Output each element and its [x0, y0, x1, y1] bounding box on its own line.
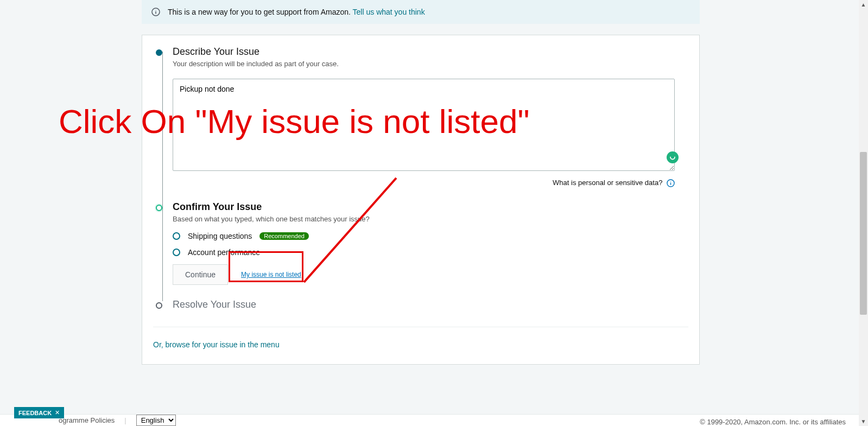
grammarly-icon[interactable] [667, 151, 679, 163]
issue-option-account-performance[interactable]: Account performance [173, 248, 688, 257]
support-card: Describe Your Issue Your description wil… [142, 35, 700, 365]
programme-policies-link[interactable]: ogramme Policies [59, 416, 115, 424]
feedback-tab[interactable]: FEEDBACK ✕ [14, 407, 64, 418]
banner-text: This is a new way for you to get support… [168, 8, 353, 16]
step-dot-2 [156, 205, 162, 211]
svg-point-1 [155, 10, 156, 10]
svg-point-4 [670, 181, 671, 182]
step1-title: Describe Your Issue [164, 46, 688, 58]
banner-link[interactable]: Tell us what you think [353, 8, 425, 16]
step2-sub: Based on what you typed, which one best … [164, 215, 688, 223]
step-confirm: Confirm Your Issue Based on what you typ… [164, 201, 688, 285]
step-resolve: Resolve Your Issue [164, 299, 688, 310]
language-select[interactable]: English [136, 415, 176, 426]
help-icon[interactable] [667, 179, 675, 187]
option-label: Shipping questions [188, 232, 252, 240]
step-connector-line [162, 52, 163, 301]
scroll-thumb[interactable] [860, 152, 867, 315]
copyright-text: © 1999-2020, Amazon.com. Inc. or its aff… [700, 418, 846, 426]
step-describe: Describe Your Issue Your description wil… [164, 46, 688, 187]
issue-option-shipping[interactable]: Shipping questions Recommended [173, 232, 688, 240]
step-dot-3 [156, 302, 162, 309]
sensitive-data-link[interactable]: What is personal or sensitive data? [553, 179, 662, 187]
step-dot-1 [156, 49, 162, 56]
issue-description-input[interactable] [173, 79, 675, 171]
browse-menu-link[interactable]: Or, browse for your issue in the menu [153, 340, 280, 349]
radio-icon [173, 232, 180, 240]
option-label: Account performance [188, 248, 260, 257]
my-issue-not-listed-link[interactable]: My issue is not listed [241, 271, 301, 278]
radio-icon [173, 249, 180, 256]
page-footer: ogramme Policies | English © 1999-2020, … [0, 414, 859, 426]
step2-title: Confirm Your Issue [164, 201, 688, 213]
vertical-scrollbar[interactable]: ▲ ▼ [859, 0, 868, 426]
info-banner: This is a new way for you to get support… [142, 0, 700, 24]
scroll-down-icon[interactable]: ▼ [859, 417, 868, 426]
recommended-badge: Recommended [259, 232, 309, 240]
continue-button[interactable]: Continue [173, 264, 228, 285]
step1-sub: Your description will be included as par… [164, 60, 688, 68]
feedback-label: FEEDBACK [18, 410, 52, 416]
close-icon[interactable]: ✕ [55, 409, 60, 416]
step3-title: Resolve Your Issue [164, 299, 688, 310]
info-icon [151, 8, 160, 16]
scroll-up-icon[interactable]: ▲ [859, 0, 868, 9]
